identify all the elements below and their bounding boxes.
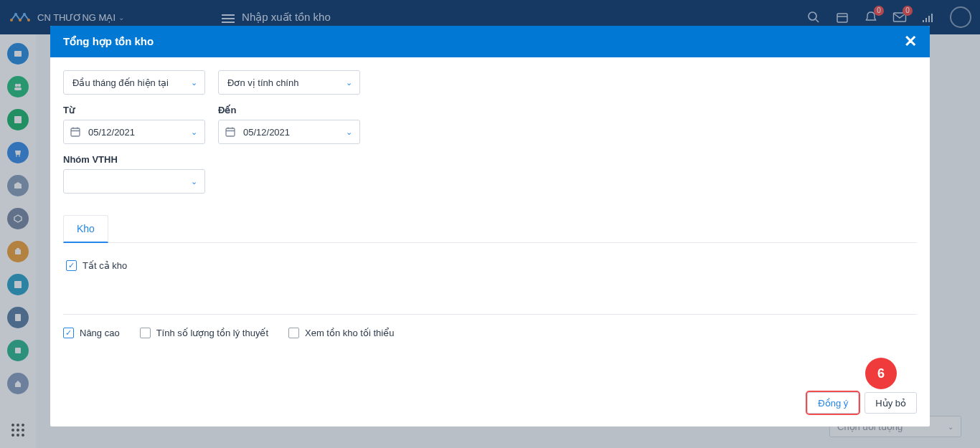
- step-annotation-label: 6: [877, 366, 885, 381]
- unit-select-value: Đơn vị tính chính: [227, 77, 298, 88]
- checkbox-unchecked-icon: ✓: [140, 328, 151, 338]
- modal-header: Tổng hợp tồn kho ✕: [50, 26, 930, 57]
- checkbox-unchecked-icon: ✓: [288, 328, 299, 338]
- modal-title: Tổng hợp tồn kho: [63, 35, 154, 48]
- checkbox-checked-icon: ✓: [66, 260, 77, 271]
- calendar-icon: [225, 126, 236, 138]
- checkbox-theory[interactable]: ✓ Tính số lượng tồn lý thuyết: [140, 328, 268, 338]
- chevron-down-icon: ⌄: [191, 78, 197, 87]
- svg-rect-30: [226, 128, 235, 136]
- to-date-value: 05/12/2021: [243, 127, 290, 138]
- chevron-down-icon: ⌄: [191, 128, 197, 137]
- svg-rect-26: [71, 128, 80, 136]
- period-select[interactable]: Đầu tháng đến hiện tại ⌄: [63, 70, 205, 95]
- from-date-input[interactable]: 05/12/2021 ⌄: [63, 120, 205, 144]
- chevron-down-icon: ⌄: [191, 177, 197, 186]
- chevron-down-icon: ⌄: [346, 78, 352, 87]
- divider: [63, 314, 917, 315]
- cancel-button-label: Hủy bỏ: [875, 398, 906, 409]
- tab-content: ✓ Tất cả kho: [63, 243, 917, 278]
- tab-kho[interactable]: Kho: [63, 215, 108, 243]
- checkbox-checked-icon: ✓: [63, 328, 74, 338]
- checkbox-min-label: Xem tồn kho tối thiểu: [305, 328, 394, 338]
- from-label: Từ: [63, 105, 205, 115]
- modal: Tổng hợp tồn kho ✕ Đầu tháng đến hiện tạ…: [50, 26, 930, 426]
- group-label: Nhóm VTHH: [63, 154, 205, 165]
- checkbox-min-stock[interactable]: ✓ Xem tồn kho tối thiểu: [288, 328, 394, 338]
- checkbox-all-warehouses[interactable]: ✓ Tất cả kho: [66, 260, 914, 271]
- from-date-value: 05/12/2021: [88, 127, 135, 138]
- period-select-value: Đầu tháng đến hiện tại: [72, 77, 169, 88]
- checkbox-advanced[interactable]: ✓ Nâng cao: [63, 328, 120, 338]
- step-annotation: 6: [865, 358, 897, 389]
- modal-footer: Đồng ý Hủy bỏ: [50, 382, 930, 426]
- to-label: Đến: [218, 105, 360, 115]
- calendar-icon: [70, 126, 81, 138]
- checkbox-advanced-label: Nâng cao: [80, 328, 120, 338]
- ok-button[interactable]: Đồng ý: [807, 392, 859, 414]
- modal-overlay: Tổng hợp tồn kho ✕ Đầu tháng đến hiện tạ…: [0, 0, 980, 448]
- checkbox-all-label: Tất cả kho: [83, 260, 127, 271]
- close-icon[interactable]: ✕: [904, 34, 917, 49]
- modal-body: Đầu tháng đến hiện tại ⌄ Đơn vị tính chí…: [50, 57, 930, 382]
- unit-select[interactable]: Đơn vị tính chính ⌄: [218, 70, 360, 95]
- cancel-button[interactable]: Hủy bỏ: [864, 392, 917, 414]
- chevron-down-icon: ⌄: [346, 128, 352, 137]
- tab-kho-label: Kho: [77, 223, 95, 234]
- group-select[interactable]: ⌄: [63, 169, 205, 194]
- checkbox-theory-label: Tính số lượng tồn lý thuyết: [156, 328, 268, 338]
- to-date-input[interactable]: 05/12/2021 ⌄: [218, 120, 360, 144]
- tabbar: Kho: [63, 215, 917, 243]
- ok-button-label: Đồng ý: [818, 398, 848, 409]
